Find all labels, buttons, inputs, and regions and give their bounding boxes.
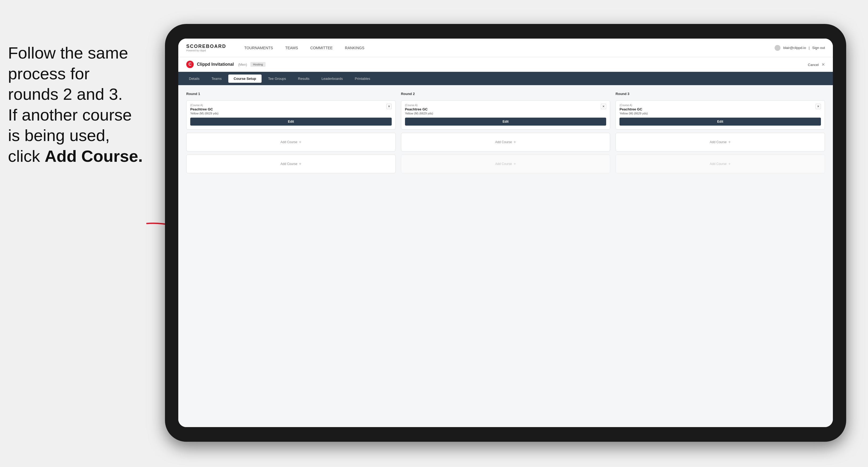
tab-course-setup[interactable]: Course Setup [228, 74, 261, 83]
tab-teams[interactable]: Teams [206, 74, 227, 83]
round-1-edit-button[interactable]: Edit [190, 118, 392, 126]
tab-tee-groups[interactable]: Tee Groups [263, 74, 291, 83]
round-2-add-plus-2: + [514, 161, 516, 166]
tournament-gender: (Men) [238, 63, 247, 66]
instruction-text: Follow the same process for rounds 2 and… [0, 42, 154, 166]
logo-scoreboard: SCOREBOARD [186, 44, 226, 49]
course-1-tee: Yellow (M) (6629 yds) [190, 112, 218, 115]
round-3-course-card: (Course A) Peachtree GC Yellow (M) (6629… [616, 100, 825, 130]
add-course-label-2: Add Course [280, 162, 297, 166]
top-nav: SCOREBOARD Powered by clippd TOURNAMENTS… [178, 39, 833, 57]
clippd-icon: C [186, 61, 194, 68]
round-3-title: Round 3 [616, 92, 825, 96]
tablet-device: SCOREBOARD Powered by clippd TOURNAMENTS… [165, 24, 846, 442]
sub-header: C Clippd Invitational (Men) Hosting Canc… [178, 57, 833, 72]
course-2-label: (Course A) [405, 104, 433, 107]
cancel-button[interactable]: Cancel [808, 63, 818, 67]
add-course-plus-icon-2: + [299, 161, 301, 166]
user-avatar [775, 45, 780, 51]
course-1-name: Peachtree GC [190, 107, 218, 111]
course-2-remove-icon[interactable]: ✕ [601, 104, 606, 109]
main-content: Round 1 (Course A) Peachtree GC Yellow (… [178, 85, 833, 427]
round-1-column: Round 1 (Course A) Peachtree GC Yellow (… [186, 92, 396, 173]
user-email: blair@clippd.io [783, 46, 806, 50]
round-2-column: Round 2 (Course A) Peachtree GC Yellow (… [401, 92, 611, 173]
course-2-tee: Yellow (M) (6629 yds) [405, 112, 433, 115]
round-2-add-label-2: Add Course [495, 162, 512, 166]
round-1-add-course-2[interactable]: Add Course + [186, 155, 396, 173]
round-3-edit-button[interactable]: Edit [619, 118, 821, 126]
rounds-grid: Round 1 (Course A) Peachtree GC Yellow (… [186, 92, 825, 173]
round-2-edit-button[interactable]: Edit [405, 118, 607, 126]
course-2-name: Peachtree GC [405, 107, 433, 111]
course-3-tee: Yellow (M) (6629 yds) [619, 112, 648, 115]
course-3-remove-icon[interactable]: ✕ [815, 104, 821, 109]
logo-area: SCOREBOARD Powered by clippd [186, 44, 226, 52]
round-2-course-card: (Course A) Peachtree GC Yellow (M) (6629… [401, 100, 611, 130]
sign-out-link[interactable]: Sign out [812, 46, 825, 50]
tab-leaderboards[interactable]: Leaderboards [316, 74, 348, 83]
round-3-add-plus: + [728, 140, 731, 145]
round-3-add-label: Add Course [710, 140, 726, 144]
sub-header-left: C Clippd Invitational (Men) Hosting [186, 61, 266, 68]
nav-teams[interactable]: TEAMS [283, 44, 300, 51]
nav-rankings[interactable]: RANKINGS [343, 44, 366, 51]
nav-committee[interactable]: COMMITTEE [308, 44, 335, 51]
nav-items: TOURNAMENTS TEAMS COMMITTEE RANKINGS [242, 44, 764, 51]
logo-tagline: Powered by clippd [186, 49, 226, 52]
add-course-label: Add Course [280, 140, 297, 144]
hosting-badge: Hosting [250, 62, 266, 67]
nav-right: blair@clippd.io | Sign out [775, 45, 825, 51]
course-3-label: (Course A) [619, 104, 648, 107]
tablet-screen: SCOREBOARD Powered by clippd TOURNAMENTS… [178, 39, 833, 427]
round-2-add-course-2: Add Course + [401, 155, 611, 173]
round-3-add-course-2: Add Course + [616, 155, 825, 173]
tournament-name: Clippd Invitational [197, 62, 234, 67]
course-3-card-header: (Course A) Peachtree GC Yellow (M) (6629… [619, 104, 821, 115]
course-card-header: (Course A) Peachtree GC Yellow (M) (6629… [190, 104, 392, 115]
round-3-column: Round 3 (Course A) Peachtree GC Yellow (… [616, 92, 825, 173]
round-1-title: Round 1 [186, 92, 396, 96]
round-3-add-label-2: Add Course [710, 162, 726, 166]
round-2-add-label: Add Course [495, 140, 512, 144]
tab-details[interactable]: Details [184, 74, 205, 83]
round-3-add-plus-2: + [728, 161, 731, 166]
course-3-name: Peachtree GC [619, 107, 648, 111]
round-2-add-plus: + [514, 140, 516, 145]
round-3-add-course-1[interactable]: Add Course + [616, 133, 825, 151]
tab-bar: Details Teams Course Setup Tee Groups Re… [178, 72, 833, 85]
course-2-card-header: (Course A) Peachtree GC Yellow (M) (6629… [405, 104, 607, 115]
tab-results[interactable]: Results [293, 74, 315, 83]
cancel-area: Cancel ✕ [808, 62, 825, 67]
round-1-add-course-1[interactable]: Add Course + [186, 133, 396, 151]
nav-tournaments[interactable]: TOURNAMENTS [242, 44, 275, 51]
round-2-add-course-1[interactable]: Add Course + [401, 133, 611, 151]
add-course-plus-icon: + [299, 140, 301, 145]
round-2-title: Round 2 [401, 92, 611, 96]
course-1-label: (Course A) [190, 104, 218, 107]
tab-printables[interactable]: Printables [349, 74, 375, 83]
course-1-remove-icon[interactable]: ✕ [386, 104, 392, 109]
round-1-course-card: (Course A) Peachtree GC Yellow (M) (6629… [186, 100, 396, 130]
